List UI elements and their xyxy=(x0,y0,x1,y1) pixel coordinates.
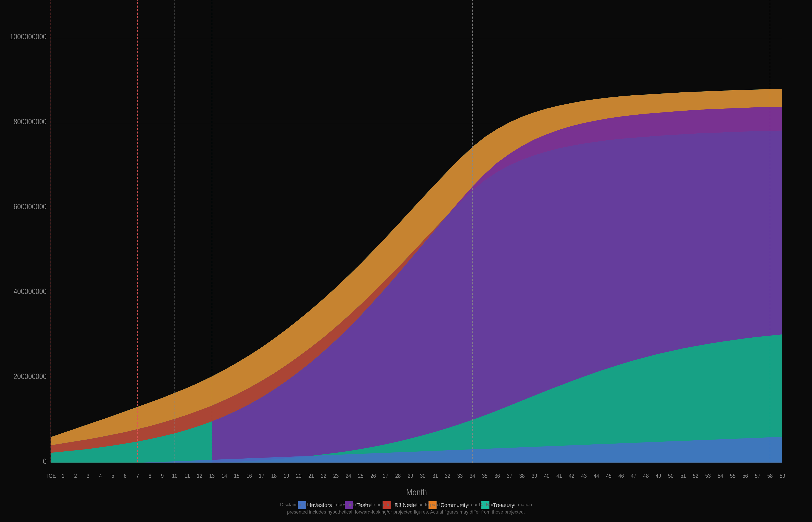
svg-text:36: 36 xyxy=(494,472,500,479)
svg-text:20: 20 xyxy=(296,472,301,479)
svg-text:23: 23 xyxy=(333,472,339,479)
svg-text:33: 33 xyxy=(457,472,463,479)
svg-text:24: 24 xyxy=(345,472,351,479)
svg-text:11: 11 xyxy=(184,472,190,479)
svg-text:58: 58 xyxy=(767,472,773,479)
svg-text:14: 14 xyxy=(222,472,227,479)
svg-text:7: 7 xyxy=(136,472,139,479)
svg-text:22: 22 xyxy=(321,472,326,479)
svg-text:13: 13 xyxy=(209,472,215,479)
svg-text:53: 53 xyxy=(705,472,711,479)
svg-text:15: 15 xyxy=(234,472,240,479)
svg-text:2: 2 xyxy=(74,472,77,479)
disclaimer-line2: presented includes hypothetical, forward… xyxy=(237,508,575,516)
svg-text:10: 10 xyxy=(172,472,177,479)
svg-text:16: 16 xyxy=(246,472,252,479)
svg-text:45: 45 xyxy=(606,472,612,479)
svg-text:48: 48 xyxy=(643,472,649,479)
svg-text:29: 29 xyxy=(408,472,413,479)
svg-text:32: 32 xyxy=(445,472,450,479)
svg-text:1: 1 xyxy=(62,472,64,479)
svg-text:56: 56 xyxy=(742,472,748,479)
svg-text:4: 4 xyxy=(99,472,102,479)
svg-text:12: 12 xyxy=(197,472,202,479)
svg-text:44: 44 xyxy=(594,472,599,479)
svg-text:0: 0 xyxy=(43,457,46,465)
svg-text:27: 27 xyxy=(383,472,388,479)
svg-text:35: 35 xyxy=(482,472,488,479)
svg-text:41: 41 xyxy=(556,472,562,479)
svg-text:Month: Month xyxy=(406,487,427,497)
svg-text:40: 40 xyxy=(544,472,550,479)
svg-text:26: 26 xyxy=(371,472,376,479)
area-chart: 0 200000000 400000000 600000000 80000000… xyxy=(51,38,783,463)
svg-text:55: 55 xyxy=(730,472,735,479)
svg-text:TGE: TGE xyxy=(46,472,56,479)
svg-text:600000000: 600000000 xyxy=(14,202,46,211)
svg-text:46: 46 xyxy=(618,472,624,479)
svg-text:38: 38 xyxy=(519,472,524,479)
svg-text:54: 54 xyxy=(718,472,723,479)
svg-text:8: 8 xyxy=(148,472,152,479)
svg-text:9: 9 xyxy=(161,472,164,479)
svg-text:17: 17 xyxy=(259,472,264,479)
svg-text:57: 57 xyxy=(755,472,760,479)
svg-text:28: 28 xyxy=(395,472,401,479)
svg-text:25: 25 xyxy=(358,472,363,479)
chart-area: 0 200000000 400000000 600000000 80000000… xyxy=(51,38,783,463)
svg-text:5: 5 xyxy=(112,472,114,479)
svg-text:42: 42 xyxy=(569,472,574,479)
svg-text:50: 50 xyxy=(668,472,673,479)
svg-text:47: 47 xyxy=(631,472,636,479)
chart-container: 0 200000000 400000000 600000000 80000000… xyxy=(17,13,795,480)
svg-text:37: 37 xyxy=(507,472,512,479)
svg-text:51: 51 xyxy=(680,472,686,479)
svg-text:400000000: 400000000 xyxy=(14,287,46,296)
svg-text:21: 21 xyxy=(308,472,314,479)
svg-text:39: 39 xyxy=(532,472,537,479)
svg-text:1000000000: 1000000000 xyxy=(10,32,47,41)
svg-text:31: 31 xyxy=(432,472,438,479)
svg-text:19: 19 xyxy=(283,472,289,479)
svg-text:43: 43 xyxy=(581,472,587,479)
disclaimer-line1: Disclaimer: This document does not const… xyxy=(237,501,575,508)
svg-text:6: 6 xyxy=(124,472,126,479)
svg-text:30: 30 xyxy=(420,472,425,479)
svg-text:49: 49 xyxy=(656,472,661,479)
svg-text:200000000: 200000000 xyxy=(14,372,46,381)
svg-text:18: 18 xyxy=(271,472,277,479)
svg-text:59: 59 xyxy=(780,472,785,479)
disclaimer: Disclaimer: This document does not const… xyxy=(237,501,575,516)
svg-text:800000000: 800000000 xyxy=(14,117,46,126)
svg-text:52: 52 xyxy=(693,472,698,479)
svg-text:3: 3 xyxy=(86,472,89,479)
svg-text:34: 34 xyxy=(470,472,475,479)
